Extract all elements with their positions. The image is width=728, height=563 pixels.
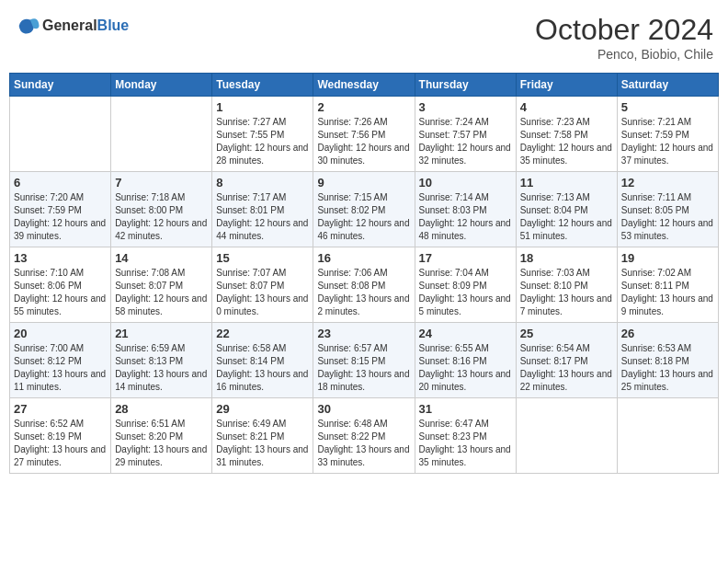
day-number: 16 bbox=[317, 251, 410, 265]
day-number: 8 bbox=[216, 176, 309, 190]
day-info: Sunrise: 7:03 AM Sunset: 8:10 PM Dayligh… bbox=[520, 267, 613, 318]
calendar-cell: 25Sunrise: 6:54 AM Sunset: 8:17 PM Dayli… bbox=[516, 323, 617, 398]
calendar-cell: 5Sunrise: 7:21 AM Sunset: 7:59 PM Daylig… bbox=[617, 97, 718, 172]
calendar-week-row: 13Sunrise: 7:10 AM Sunset: 8:06 PM Dayli… bbox=[10, 247, 719, 323]
day-info: Sunrise: 7:02 AM Sunset: 8:11 PM Dayligh… bbox=[621, 267, 714, 318]
day-info: Sunrise: 6:55 AM Sunset: 8:16 PM Dayligh… bbox=[419, 342, 512, 394]
day-number: 27 bbox=[14, 402, 107, 416]
day-number: 13 bbox=[14, 251, 107, 265]
day-info: Sunrise: 6:48 AM Sunset: 8:22 PM Dayligh… bbox=[317, 418, 410, 469]
calendar-cell: 2Sunrise: 7:26 AM Sunset: 7:56 PM Daylig… bbox=[313, 97, 415, 172]
calendar-cell: 31Sunrise: 6:47 AM Sunset: 8:23 PM Dayli… bbox=[415, 398, 516, 474]
day-info: Sunrise: 7:04 AM Sunset: 8:09 PM Dayligh… bbox=[419, 267, 512, 318]
day-number: 30 bbox=[317, 402, 410, 416]
day-number: 3 bbox=[419, 100, 512, 114]
day-number: 12 bbox=[621, 176, 714, 190]
calendar-cell: 10Sunrise: 7:14 AM Sunset: 8:03 PM Dayli… bbox=[415, 172, 516, 247]
calendar-cell: 1Sunrise: 7:27 AM Sunset: 7:55 PM Daylig… bbox=[212, 97, 313, 172]
day-number: 17 bbox=[419, 251, 512, 265]
weekday-header: Friday bbox=[516, 74, 617, 97]
calendar-cell: 14Sunrise: 7:08 AM Sunset: 8:07 PM Dayli… bbox=[111, 247, 212, 323]
day-info: Sunrise: 6:57 AM Sunset: 8:15 PM Dayligh… bbox=[317, 342, 410, 394]
calendar-cell: 11Sunrise: 7:13 AM Sunset: 8:04 PM Dayli… bbox=[516, 172, 617, 247]
day-info: Sunrise: 7:21 AM Sunset: 7:59 PM Dayligh… bbox=[621, 116, 714, 167]
day-info: Sunrise: 7:20 AM Sunset: 7:59 PM Dayligh… bbox=[14, 191, 107, 243]
calendar-cell bbox=[10, 97, 111, 172]
day-number: 14 bbox=[115, 251, 208, 265]
calendar-cell: 21Sunrise: 6:59 AM Sunset: 8:13 PM Dayli… bbox=[111, 323, 212, 398]
calendar-cell: 6Sunrise: 7:20 AM Sunset: 7:59 PM Daylig… bbox=[10, 172, 111, 247]
day-info: Sunrise: 7:10 AM Sunset: 8:06 PM Dayligh… bbox=[14, 267, 107, 318]
day-info: Sunrise: 7:00 AM Sunset: 8:12 PM Dayligh… bbox=[14, 342, 107, 394]
day-number: 21 bbox=[115, 327, 208, 340]
weekday-header: Thursday bbox=[415, 74, 516, 97]
calendar-cell: 7Sunrise: 7:18 AM Sunset: 8:00 PM Daylig… bbox=[111, 172, 212, 247]
day-info: Sunrise: 7:07 AM Sunset: 8:07 PM Dayligh… bbox=[216, 267, 309, 318]
day-info: Sunrise: 6:52 AM Sunset: 8:19 PM Dayligh… bbox=[14, 418, 107, 469]
day-number: 5 bbox=[621, 100, 714, 114]
day-number: 23 bbox=[317, 327, 410, 340]
day-number: 6 bbox=[14, 176, 107, 190]
calendar-week-row: 20Sunrise: 7:00 AM Sunset: 8:12 PM Dayli… bbox=[10, 323, 719, 398]
day-number: 24 bbox=[419, 327, 512, 340]
day-number: 10 bbox=[419, 176, 512, 190]
day-info: Sunrise: 6:58 AM Sunset: 8:14 PM Dayligh… bbox=[216, 342, 309, 394]
calendar-cell: 18Sunrise: 7:03 AM Sunset: 8:10 PM Dayli… bbox=[516, 247, 617, 323]
calendar-cell bbox=[111, 97, 212, 172]
day-info: Sunrise: 7:18 AM Sunset: 8:00 PM Dayligh… bbox=[115, 191, 208, 243]
calendar-cell: 22Sunrise: 6:58 AM Sunset: 8:14 PM Dayli… bbox=[212, 323, 313, 398]
calendar-cell bbox=[516, 398, 617, 474]
day-number: 22 bbox=[216, 327, 309, 340]
day-info: Sunrise: 7:14 AM Sunset: 8:03 PM Dayligh… bbox=[419, 191, 512, 243]
calendar-cell: 26Sunrise: 6:53 AM Sunset: 8:18 PM Dayli… bbox=[617, 323, 718, 398]
page-header: GeneralBlue October 2024 Penco, Biobio, … bbox=[9, 9, 719, 65]
day-number: 29 bbox=[216, 402, 309, 416]
logo-text: GeneralBlue bbox=[42, 17, 129, 34]
title-section: October 2024 Penco, Biobio, Chile bbox=[535, 13, 713, 62]
calendar-cell: 16Sunrise: 7:06 AM Sunset: 8:08 PM Dayli… bbox=[313, 247, 415, 323]
day-info: Sunrise: 7:11 AM Sunset: 8:05 PM Dayligh… bbox=[621, 191, 714, 243]
weekday-header: Monday bbox=[111, 74, 212, 97]
calendar-week-row: 1Sunrise: 7:27 AM Sunset: 7:55 PM Daylig… bbox=[10, 97, 719, 172]
day-number: 19 bbox=[621, 251, 714, 265]
weekday-header: Sunday bbox=[10, 74, 111, 97]
day-number: 11 bbox=[520, 176, 613, 190]
calendar-cell: 3Sunrise: 7:24 AM Sunset: 7:57 PM Daylig… bbox=[415, 97, 516, 172]
calendar-header: SundayMondayTuesdayWednesdayThursdayFrid… bbox=[10, 74, 719, 97]
weekday-header: Tuesday bbox=[212, 74, 313, 97]
calendar-cell: 24Sunrise: 6:55 AM Sunset: 8:16 PM Dayli… bbox=[415, 323, 516, 398]
day-number: 25 bbox=[520, 327, 613, 340]
day-info: Sunrise: 6:53 AM Sunset: 8:18 PM Dayligh… bbox=[621, 342, 714, 394]
weekday-row: SundayMondayTuesdayWednesdayThursdayFrid… bbox=[10, 74, 719, 97]
day-info: Sunrise: 6:51 AM Sunset: 8:20 PM Dayligh… bbox=[115, 418, 208, 469]
day-number: 15 bbox=[216, 251, 309, 265]
calendar-week-row: 27Sunrise: 6:52 AM Sunset: 8:19 PM Dayli… bbox=[10, 398, 719, 474]
day-info: Sunrise: 7:17 AM Sunset: 8:01 PM Dayligh… bbox=[216, 191, 309, 243]
calendar-table: SundayMondayTuesdayWednesdayThursdayFrid… bbox=[9, 73, 719, 474]
calendar-cell: 28Sunrise: 6:51 AM Sunset: 8:20 PM Dayli… bbox=[111, 398, 212, 474]
day-number: 18 bbox=[520, 251, 613, 265]
day-number: 31 bbox=[419, 402, 512, 416]
day-number: 9 bbox=[317, 176, 410, 190]
logo-icon bbox=[15, 13, 40, 39]
calendar-cell: 27Sunrise: 6:52 AM Sunset: 8:19 PM Dayli… bbox=[10, 398, 111, 474]
day-info: Sunrise: 7:15 AM Sunset: 8:02 PM Dayligh… bbox=[317, 191, 410, 243]
day-info: Sunrise: 7:26 AM Sunset: 7:56 PM Dayligh… bbox=[317, 116, 410, 167]
day-info: Sunrise: 7:24 AM Sunset: 7:57 PM Dayligh… bbox=[419, 116, 512, 167]
day-number: 26 bbox=[621, 327, 714, 340]
calendar-cell: 9Sunrise: 7:15 AM Sunset: 8:02 PM Daylig… bbox=[313, 172, 415, 247]
calendar-week-row: 6Sunrise: 7:20 AM Sunset: 7:59 PM Daylig… bbox=[10, 172, 719, 247]
day-number: 1 bbox=[216, 100, 309, 114]
month-title: October 2024 bbox=[535, 13, 713, 47]
calendar-cell: 23Sunrise: 6:57 AM Sunset: 8:15 PM Dayli… bbox=[313, 323, 415, 398]
day-info: Sunrise: 7:23 AM Sunset: 7:58 PM Dayligh… bbox=[520, 116, 613, 167]
day-info: Sunrise: 7:06 AM Sunset: 8:08 PM Dayligh… bbox=[317, 267, 410, 318]
calendar-cell bbox=[617, 398, 718, 474]
calendar-cell: 30Sunrise: 6:48 AM Sunset: 8:22 PM Dayli… bbox=[313, 398, 415, 474]
day-number: 2 bbox=[317, 100, 410, 114]
logo: GeneralBlue bbox=[15, 13, 129, 39]
weekday-header: Saturday bbox=[617, 74, 718, 97]
calendar-cell: 8Sunrise: 7:17 AM Sunset: 8:01 PM Daylig… bbox=[212, 172, 313, 247]
day-info: Sunrise: 7:13 AM Sunset: 8:04 PM Dayligh… bbox=[520, 191, 613, 243]
day-number: 4 bbox=[520, 100, 613, 114]
